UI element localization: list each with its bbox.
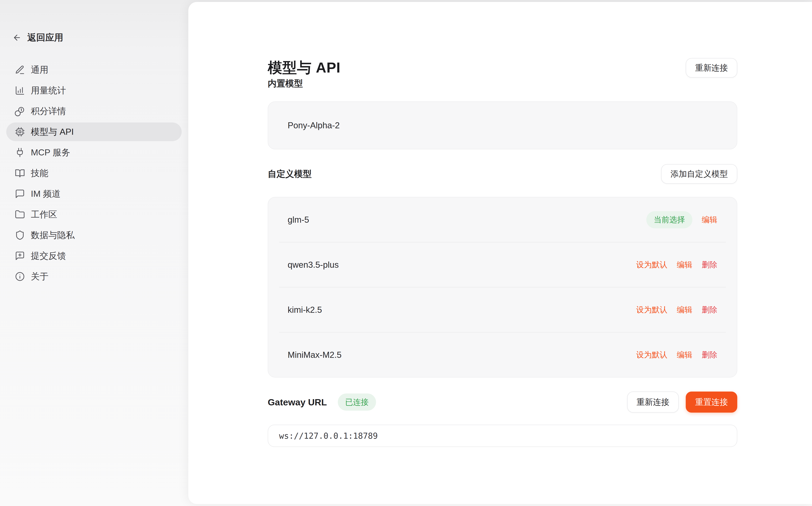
back-label: 返回应用	[27, 31, 63, 44]
sidebar-item-label: 提交反馈	[31, 250, 66, 262]
sidebar-item-data-privacy[interactable]: 数据与隐私	[6, 226, 182, 245]
model-actions: 设为默认编辑删除	[636, 259, 717, 270]
model-actions: 设为默认编辑删除	[636, 349, 717, 360]
sidebar-item-label: 积分详情	[31, 105, 66, 117]
edit-link[interactable]: 编辑	[677, 305, 692, 315]
edit-link[interactable]: 编辑	[677, 259, 692, 270]
model-row: MiniMax-M2.5设为默认编辑删除	[268, 332, 737, 377]
sidebar-item-general[interactable]: 通用	[6, 61, 182, 79]
add-custom-model-button[interactable]: 添加自定义模型	[661, 164, 737, 184]
reconnect-button-top[interactable]: 重新连接	[686, 58, 737, 78]
model-row: qwen3.5-plus设为默认编辑删除	[268, 242, 737, 287]
page-title: 模型与 API	[268, 58, 341, 78]
feedback-icon	[15, 251, 25, 261]
gateway-url-label: Gateway URL	[268, 397, 327, 408]
sidebar-item-skills[interactable]: 技能	[6, 164, 182, 182]
sidebar: 返回应用 通用用量统计积分详情模型与 APIMCP 服务技能IM 频道工作区数据…	[0, 0, 188, 506]
model-actions: 当前选择编辑	[646, 211, 717, 228]
book-open-icon	[15, 168, 25, 178]
edit-link[interactable]: 编辑	[702, 214, 717, 225]
gateway-url-input[interactable]: ws://127.0.0.1:18789	[268, 425, 737, 447]
model-name: kimi-k2.5	[288, 305, 322, 315]
coins-icon	[15, 106, 25, 116]
model-row: kimi-k2.5设为默认编辑删除	[268, 287, 737, 332]
model-name: glm-5	[288, 215, 309, 225]
model-name: qwen3.5-plus	[288, 260, 339, 270]
sidebar-item-usage-stats[interactable]: 用量统计	[6, 81, 182, 100]
sidebar-item-label: 数据与隐私	[31, 229, 75, 241]
model-name: Pony-Alpha-2	[288, 120, 340, 130]
custom-models-heading: 自定义模型	[268, 168, 312, 180]
sidebar-item-label: MCP 服务	[31, 147, 70, 158]
pencil-icon	[15, 65, 25, 75]
sidebar-item-label: 技能	[31, 167, 49, 179]
sidebar-item-label: 模型与 API	[31, 126, 74, 138]
model-row: glm-5当前选择编辑	[268, 197, 737, 242]
back-button[interactable]: 返回应用	[12, 31, 188, 44]
set-default-link[interactable]: 设为默认	[636, 305, 667, 315]
reset-connection-button[interactable]: 重置连接	[686, 392, 737, 413]
sidebar-item-label: 用量统计	[31, 85, 66, 96]
sidebar-item-credits[interactable]: 积分详情	[6, 102, 182, 120]
arrow-left-icon	[12, 33, 21, 42]
delete-link[interactable]: 删除	[702, 305, 717, 315]
builtin-models-heading: 内置模型	[268, 78, 737, 89]
connection-status-badge: 已连接	[338, 394, 376, 411]
sidebar-item-label: 通用	[31, 64, 49, 76]
plug-icon	[15, 147, 25, 158]
sidebar-item-about[interactable]: 关于	[6, 267, 182, 286]
custom-models-card: glm-5当前选择编辑qwen3.5-plus设为默认编辑删除kimi-k2.5…	[268, 197, 737, 377]
reconnect-button[interactable]: 重新连接	[627, 392, 679, 413]
set-default-link[interactable]: 设为默认	[636, 259, 667, 270]
edit-link[interactable]: 编辑	[677, 349, 692, 360]
builtin-model-row: Pony-Alpha-2	[268, 102, 737, 149]
sidebar-item-workspace[interactable]: 工作区	[6, 205, 182, 224]
sidebar-item-mcp-services[interactable]: MCP 服务	[6, 143, 182, 162]
main-panel: 模型与 API 重新连接 内置模型 Pony-Alpha-2 自定义模型 添加自…	[188, 2, 812, 504]
sidebar-item-im-channels[interactable]: IM 频道	[6, 184, 182, 203]
chip-icon	[15, 127, 25, 137]
bar-chart-icon	[15, 85, 25, 96]
builtin-models-card: Pony-Alpha-2	[268, 101, 737, 149]
sidebar-item-label: 关于	[31, 271, 49, 282]
folder-icon	[15, 209, 25, 220]
delete-link[interactable]: 删除	[702, 349, 717, 360]
info-icon	[15, 271, 25, 281]
sidebar-item-label: 工作区	[31, 208, 57, 220]
sidebar-item-models-api[interactable]: 模型与 API	[6, 122, 182, 141]
model-actions: 设为默认编辑删除	[636, 305, 717, 315]
gateway-url-value: ws://127.0.0.1:18789	[279, 431, 378, 441]
shield-icon	[15, 230, 25, 240]
model-name: MiniMax-M2.5	[288, 350, 342, 360]
current-selection-badge: 当前选择	[646, 211, 692, 228]
sidebar-item-label: IM 频道	[31, 188, 61, 200]
sidebar-item-feedback[interactable]: 提交反馈	[6, 246, 182, 265]
delete-link[interactable]: 删除	[702, 259, 717, 270]
sidebar-menu: 通用用量统计积分详情模型与 APIMCP 服务技能IM 频道工作区数据与隐私提交…	[0, 61, 188, 286]
set-default-link[interactable]: 设为默认	[636, 349, 667, 360]
message-icon	[15, 189, 25, 199]
